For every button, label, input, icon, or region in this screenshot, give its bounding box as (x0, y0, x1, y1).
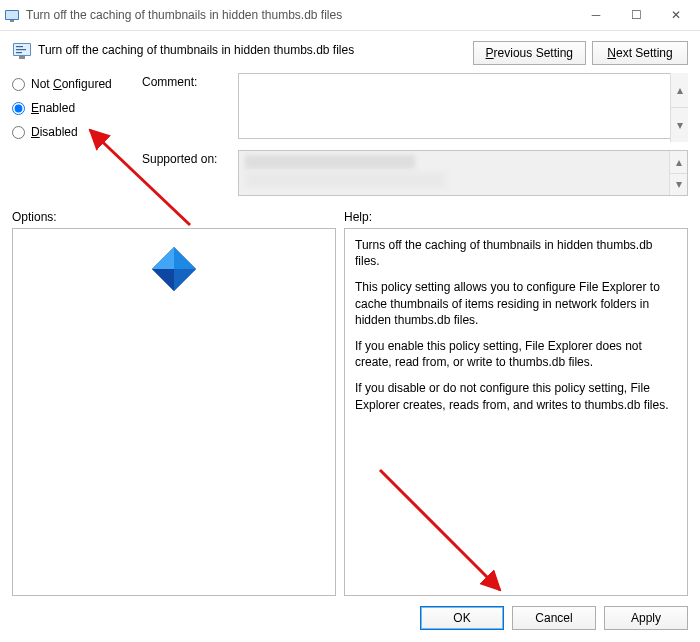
supported-on-box: ▴▾ (238, 150, 688, 196)
radio-not-configured-input[interactable] (12, 78, 25, 91)
config-area: Not Configured Enabled Disabled Comment:… (0, 65, 700, 196)
policy-icon (12, 41, 32, 61)
apply-button[interactable]: Apply (604, 606, 688, 630)
radio-disabled[interactable]: Disabled (12, 125, 142, 139)
chevron-up-icon: ▴ (670, 151, 687, 174)
nav-buttons: Previous Setting Next Setting (473, 41, 688, 65)
policy-title: Turn off the caching of thumbnails in hi… (38, 41, 473, 57)
panes: Turns off the caching of thumbnails in h… (0, 228, 700, 596)
svg-rect-7 (16, 52, 22, 53)
dialog-footer: OK Cancel Apply (0, 596, 700, 642)
title-bar: Turn off the caching of thumbnails in hi… (0, 0, 700, 31)
help-label: Help: (344, 210, 372, 224)
pane-labels: Options: Help: (0, 196, 700, 228)
policy-header: Turn off the caching of thumbnails in hi… (0, 31, 700, 65)
cancel-button[interactable]: Cancel (512, 606, 596, 630)
svg-rect-6 (16, 49, 26, 50)
radio-disabled-input[interactable] (12, 126, 25, 139)
radio-not-configured[interactable]: Not Configured (12, 77, 142, 91)
radio-enabled[interactable]: Enabled (12, 101, 142, 115)
gpedit-policy-window: Turn off the caching of thumbnails in hi… (0, 0, 700, 642)
supported-redacted (245, 155, 415, 169)
ok-button[interactable]: OK (420, 606, 504, 630)
svg-marker-12 (152, 269, 174, 291)
supported-scroll[interactable]: ▴▾ (669, 151, 687, 195)
supported-redacted (245, 173, 445, 187)
radio-enabled-input[interactable] (12, 102, 25, 115)
state-radios: Not Configured Enabled Disabled (12, 73, 142, 196)
help-text: Turns off the caching of thumbnails in h… (355, 237, 677, 269)
options-label: Options: (12, 210, 344, 224)
svg-marker-11 (174, 269, 196, 291)
chevron-down-icon: ▾ (671, 108, 688, 142)
svg-marker-10 (174, 247, 196, 269)
comment-label: Comment: (142, 73, 232, 89)
chevron-up-icon: ▴ (671, 73, 688, 108)
chevron-down-icon: ▾ (670, 174, 687, 196)
window-title: Turn off the caching of thumbnails in hi… (26, 8, 576, 22)
app-icon (4, 7, 20, 23)
window-controls: ─ ☐ ✕ (576, 1, 696, 29)
next-setting-button[interactable]: Next Setting (592, 41, 688, 65)
help-text: If you enable this policy setting, File … (355, 338, 677, 370)
previous-setting-button[interactable]: Previous Setting (473, 41, 586, 65)
minimize-button[interactable]: ─ (576, 1, 616, 29)
fields: Comment: ▴▾ Supported on: ▴▾ (142, 73, 688, 196)
comment-textarea[interactable] (238, 73, 688, 139)
help-text: If you disable or do not configure this … (355, 380, 677, 412)
close-button[interactable]: ✕ (656, 1, 696, 29)
svg-rect-2 (10, 20, 14, 22)
windowsclub-logo-icon (150, 245, 198, 293)
help-text: This policy setting allows you to config… (355, 279, 677, 328)
comment-scroll[interactable]: ▴▾ (670, 73, 688, 142)
svg-rect-8 (19, 56, 25, 59)
maximize-button[interactable]: ☐ (616, 1, 656, 29)
options-pane (12, 228, 336, 596)
svg-rect-1 (6, 11, 18, 19)
help-pane: Turns off the caching of thumbnails in h… (344, 228, 688, 596)
svg-marker-13 (152, 247, 174, 269)
svg-rect-5 (16, 46, 23, 47)
supported-on-label: Supported on: (142, 150, 232, 166)
